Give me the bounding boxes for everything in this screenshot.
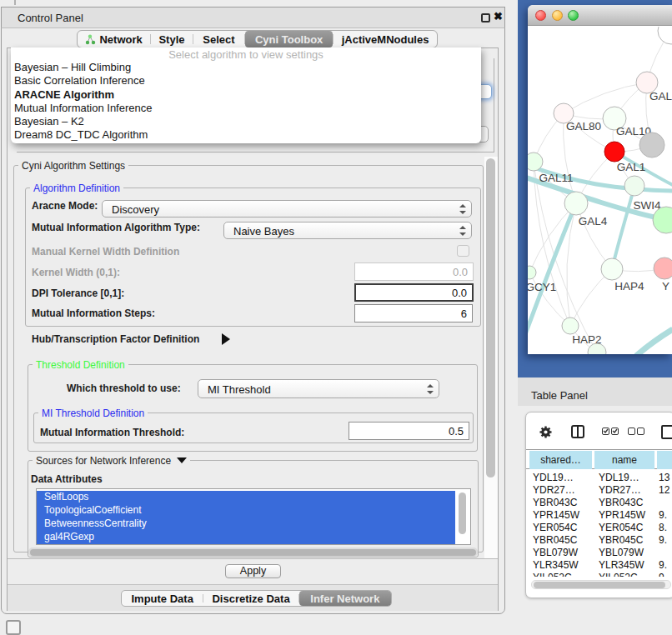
table-window: shared…name YDL19…YDL19…13YDR27…YDR27…12… — [525, 412, 672, 598]
table-cell: YPR145W — [533, 509, 579, 521]
tab-select[interactable]: Select — [193, 31, 244, 48]
data-attribute-item[interactable]: SelfLoops — [37, 491, 455, 504]
algorithm-option[interactable]: ARACNE Algorithm — [11, 88, 481, 102]
sources-collapse-arrow-icon[interactable] — [177, 458, 187, 463]
minimized-panel-icon[interactable] — [6, 620, 21, 635]
kernel-width-input[interactable]: 0.0 — [354, 262, 474, 281]
mi-steps-input[interactable]: 6 — [354, 304, 473, 322]
hub-expand-arrow-icon[interactable] — [222, 333, 230, 345]
select-all-columns-icon[interactable] — [602, 428, 619, 435]
column-header-1[interactable]: shared… — [529, 451, 592, 469]
tab-style[interactable]: Style — [151, 31, 193, 48]
sources-group-title[interactable]: Sources for Network Inference — [33, 455, 190, 467]
data-attributes-list[interactable]: SelfLoopsTopologicalCoefficientBetweenne… — [36, 488, 471, 545]
aracne-mode-label: Aracne Mode: — [32, 200, 98, 212]
table-cell: YER054C — [599, 522, 643, 533]
settings-scrollbar-thumb[interactable] — [486, 158, 495, 478]
tab-infer-network[interactable]: Infer Network — [299, 591, 391, 606]
node-gcy1[interactable] — [528, 266, 536, 279]
deselect-all-columns-icon[interactable] — [628, 428, 644, 435]
node-swi4[interactable] — [624, 176, 644, 196]
close-panel-icon[interactable]: ✖ — [494, 10, 503, 22]
float-window-icon[interactable] — [481, 13, 490, 22]
algorithm-option[interactable]: Bayesian – Hill Climbing — [11, 61, 481, 74]
data-attribute-item[interactable]: gal4RGexp — [37, 531, 455, 544]
tab-cyni-toolbox[interactable]: Cyni Toolbox — [245, 31, 333, 48]
tab-jactivemnodules[interactable]: jActiveMNodules — [333, 31, 437, 48]
dpi-tolerance-input[interactable]: 0.0 — [354, 283, 474, 302]
apply-button[interactable]: Apply — [225, 564, 281, 578]
algorithm-dropdown: Select algorithm to view settings Bayesi… — [11, 48, 481, 143]
edge[interactable] — [564, 82, 647, 113]
gear-icon[interactable] — [539, 425, 553, 439]
minimize-traffic-light[interactable] — [552, 10, 563, 21]
node-hap4-label: HAP4 — [614, 280, 644, 292]
table-row[interactable]: YIL052CYIL052C9 — [526, 572, 672, 577]
node-hap2[interactable] — [562, 318, 579, 334]
table-row[interactable]: YDL19…YDL19…13 — [526, 472, 672, 484]
table-row[interactable]: YBR045CYBR045C9. — [526, 534, 672, 547]
table-cell: YBR043C — [599, 497, 643, 508]
column-header-2[interactable]: name — [594, 451, 654, 469]
table-row[interactable]: YLR345WYLR345W9. — [526, 559, 672, 572]
node-outline[interactable] — [658, 27, 672, 44]
table-row[interactable]: YDR27…YDR27…12 — [526, 484, 672, 497]
list-scrollbar-thumb[interactable] — [459, 492, 466, 534]
control-panel-title: Control Panel — [18, 12, 83, 24]
table-row[interactable]: YPR145WYPR145W9. — [526, 509, 672, 522]
tab-discretize-data[interactable]: Discretize Data — [203, 591, 298, 606]
algorithm-option[interactable]: Mutual Information Inference — [11, 102, 481, 115]
zoom-traffic-light[interactable] — [568, 10, 579, 21]
dropdown-prompt: Select algorithm to view settings — [11, 48, 481, 61]
data-attribute-item[interactable]: TopologicalCoefficient — [37, 504, 455, 518]
mi-threshold-input[interactable]: 0.5 — [349, 422, 469, 440]
manual-kernel-label: Manual Kernel Width Definition — [32, 246, 179, 258]
edge-highlighted[interactable] — [612, 186, 634, 269]
network-window[interactable]: GALGAL80GAL10GAL1GAL11SWI4GAL4HAP4YGCY1H… — [528, 5, 672, 354]
close-traffic-light[interactable] — [535, 10, 546, 21]
node-gal4[interactable] — [564, 192, 588, 215]
algorithm-option[interactable]: Basic Correlation Inference — [11, 74, 481, 88]
mi-type-combo[interactable]: Naive Bayes — [223, 222, 472, 239]
data-attribute-item[interactable]: BetweennessCentrality — [37, 518, 455, 531]
edge-highlighted[interactable] — [636, 329, 672, 354]
network-graph[interactable]: GALGAL80GAL10GAL1GAL11SWI4GAL4HAP4YGCY1H… — [528, 27, 672, 354]
node-hap4[interactable] — [601, 258, 623, 280]
aracne-mode-combo[interactable]: Discovery — [102, 200, 472, 218]
table-cell: YLR345W — [533, 559, 579, 571]
table-cell: 8. — [659, 522, 667, 533]
hub-definition-label[interactable]: Hub/Transcription Factor Definition — [32, 333, 199, 345]
table-cell: YIL052C — [533, 572, 572, 577]
network-window-titlebar[interactable] — [528, 5, 672, 26]
new-table-icon[interactable] — [661, 425, 672, 439]
mi-type-label: Mutual Information Algorithm Type: — [32, 222, 200, 233]
cyni-settings-group-title: Cyni Algorithm Settings — [18, 160, 128, 172]
tab-network[interactable]: Network — [78, 31, 150, 48]
threshold-definition-title: Threshold Definition — [33, 359, 128, 371]
node-gal1[interactable] — [604, 142, 624, 162]
algorithm-option[interactable]: Dream8 DC_TDC Algorithm — [11, 128, 481, 142]
columns-icon[interactable] — [571, 425, 584, 438]
algorithm-definition-title: Algorithm Definition — [30, 182, 123, 194]
node-gray[interactable] — [639, 132, 664, 158]
table-hscrollbar-thumb[interactable] — [534, 582, 665, 588]
which-threshold-label: Which threshold to use: — [67, 382, 181, 394]
column-header-3[interactable] — [657, 451, 672, 469]
which-threshold-combo[interactable]: MI Threshold — [198, 379, 439, 398]
node-gal11[interactable] — [528, 152, 543, 171]
network-icon — [85, 34, 96, 45]
mi-threshold-group-title: MI Threshold Definition — [38, 408, 148, 419]
table-row[interactable]: YBL079WYBL079W — [526, 547, 672, 559]
table-cell: YBL079W — [533, 547, 578, 558]
sources-hscrollbar-thumb[interactable] — [30, 549, 476, 556]
algorithm-option[interactable]: Bayesian – K2 — [11, 115, 481, 128]
node-gal4-label: GAL4 — [579, 215, 608, 228]
manual-kernel-checkbox[interactable] — [457, 245, 469, 257]
table-rows: YDL19…YDL19…13YDR27…YDR27…12YBR043CYBR04… — [526, 472, 672, 577]
table-row[interactable]: YBR043CYBR043C — [526, 497, 672, 509]
table-cell: 12 — [659, 484, 669, 496]
node-salmon[interactable] — [654, 258, 672, 279]
table-row[interactable]: YER054CYER054C8. — [526, 522, 672, 534]
tab-impute-data[interactable]: Impute Data — [122, 591, 203, 606]
table-cell: 13 — [659, 472, 669, 483]
